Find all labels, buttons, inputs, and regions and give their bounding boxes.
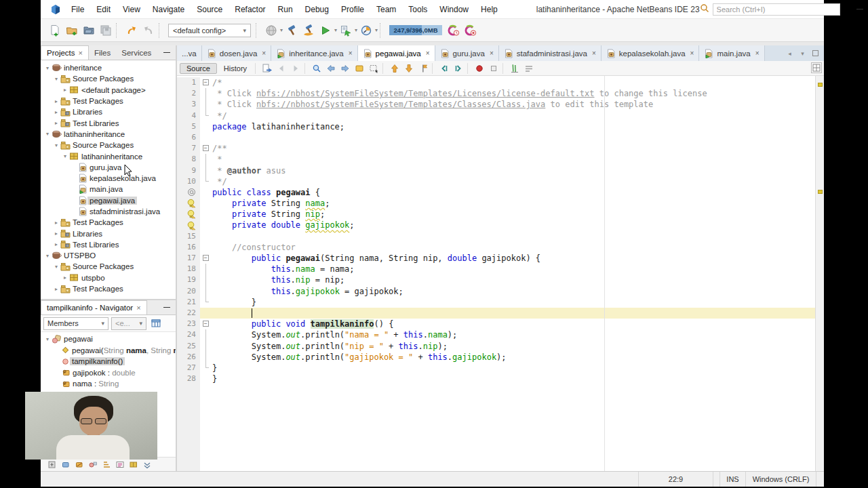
menu-help[interactable]: Help: [475, 5, 504, 14]
code-line-2[interactable]: 2 * Click nbfs://nbhost/SystemFileSystem…: [177, 88, 815, 99]
code-line-20[interactable]: 20 this.gajipokok = gajipokok;: [177, 286, 815, 297]
tree-item-latihaninheritance[interactable]: ▾latihaninheritance: [41, 129, 176, 140]
code-line-19[interactable]: 19 this.nip = nip;: [177, 274, 815, 285]
last-edit-button[interactable]: [260, 62, 274, 75]
expand-icon[interactable]: ▸: [52, 241, 60, 247]
code-line-13[interactable]: private String nip;: [177, 209, 815, 220]
expand-icon[interactable]: ▸: [61, 274, 69, 281]
config-select[interactable]: <default config>▾: [168, 24, 251, 37]
next-bookmark-button[interactable]: [402, 62, 416, 75]
editor-tab-guru-java[interactable]: guru.java×: [435, 45, 499, 61]
warning-gutter-icon[interactable]: [177, 220, 200, 230]
filter-static-button[interactable]: [75, 460, 84, 469]
tree-item-test-libraries[interactable]: ▸Test Libraries: [41, 239, 176, 250]
close-icon[interactable]: ×: [755, 49, 760, 57]
save-all-button[interactable]: [97, 22, 114, 39]
tree-item--default-package-[interactable]: ▸<default package>: [41, 85, 176, 96]
code-line-9[interactable]: 9 * @author asus: [177, 165, 815, 176]
navigator-member[interactable]: nama : String: [41, 378, 176, 390]
filter-sort-alpha-button[interactable]: [102, 460, 111, 469]
close-icon[interactable]: ×: [136, 304, 140, 312]
panel-tab-services[interactable]: Services: [116, 45, 157, 60]
tree-item-inheritance[interactable]: ▾inheritance: [41, 62, 176, 73]
minimize-panel-icon[interactable]: [158, 45, 176, 60]
code-line-28[interactable]: 28}: [177, 373, 815, 384]
prev-occurrence-button[interactable]: [324, 62, 338, 75]
code-line-3[interactable]: 3 * Click nbfs://nbhost/SystemFileSystem…: [177, 99, 815, 110]
code-line-24[interactable]: 24 System.out.println("nama = " + this.n…: [177, 329, 815, 340]
navigator-tab[interactable]: tampilkaninfo - Navigator×: [41, 300, 147, 314]
maximize-editor-icon[interactable]: [810, 47, 821, 59]
code-line-23[interactable]: 23− public void tampilkaninfo() {: [177, 319, 815, 329]
navigator-member[interactable]: ▾pegawai: [41, 333, 176, 345]
open-project-button[interactable]: [80, 22, 97, 39]
panel-tab-projects[interactable]: Projects×: [41, 45, 89, 60]
menu-tools[interactable]: Tools: [402, 5, 433, 14]
debug-button[interactable]: [337, 22, 354, 39]
scope-combobox[interactable]: <e...▾: [111, 317, 146, 330]
comment-button[interactable]: [508, 62, 521, 75]
uncomment-button[interactable]: [522, 62, 536, 75]
collapse-icon[interactable]: ▾: [52, 76, 60, 82]
warning-mark[interactable]: [818, 83, 823, 87]
fold-marker[interactable]: −: [200, 319, 211, 329]
annotation-gutter-icon[interactable]: [177, 187, 200, 198]
run-button[interactable]: [317, 22, 334, 39]
menu-refactor[interactable]: Refactor: [229, 5, 271, 14]
toggle-highlight-button[interactable]: [353, 62, 366, 75]
filter-fqn-button[interactable]: [129, 460, 138, 469]
insert-mode[interactable]: INS: [719, 472, 745, 487]
shift-right-button[interactable]: [452, 62, 465, 75]
code-line-4[interactable]: 4 */: [177, 110, 815, 121]
collapse-icon[interactable]: ▾: [52, 264, 60, 270]
tree-item-guru-java[interactable]: guru.java: [41, 162, 176, 173]
editor-tab--va[interactable]: ...va: [177, 45, 202, 61]
forward-button[interactable]: [289, 62, 302, 75]
tree-item-libraries[interactable]: ▸Libraries: [41, 106, 176, 117]
menu-team[interactable]: Team: [370, 5, 402, 14]
close-icon[interactable]: ×: [592, 49, 596, 57]
menu-run[interactable]: Run: [272, 5, 299, 14]
expand-icon[interactable]: ▸: [52, 109, 60, 115]
tree-item-kepalasekolah-java[interactable]: kepalasekolah.java: [41, 173, 176, 184]
fold-marker[interactable]: −: [200, 77, 211, 88]
code-line-27[interactable]: 27}: [177, 363, 815, 373]
close-icon[interactable]: ×: [690, 49, 694, 57]
tree-item-source-packages[interactable]: ▾Source Packages: [41, 140, 176, 150]
rect-selection-button[interactable]: [367, 62, 380, 75]
code-line-14[interactable]: private double gajipokok;: [177, 220, 815, 230]
code-line-10[interactable]: 10 */: [177, 176, 815, 187]
expand-icon[interactable]: ▸: [52, 98, 60, 104]
history-view-button[interactable]: History: [218, 64, 253, 73]
tree-item-test-packages[interactable]: ▸Test Packages: [41, 96, 176, 106]
search-icon[interactable]: [700, 3, 709, 15]
editor-tab-kepalasekolah-java[interactable]: kepalasekolah.java×: [601, 45, 700, 61]
tree-item-utspbo[interactable]: ▾UTSPBO: [41, 250, 176, 261]
editor-tab-dosen-java[interactable]: dosen.java×: [202, 45, 271, 61]
new-file-button[interactable]: [46, 22, 63, 39]
code-line-18[interactable]: 18 this.nama = nama;: [177, 264, 815, 274]
collapse-icon[interactable]: ▾: [43, 253, 52, 259]
tree-item-source-packages[interactable]: ▾Source Packages: [41, 73, 176, 84]
editor-tab-inheritance-java[interactable]: inheritance.java×: [271, 45, 357, 61]
navigator-view-icon[interactable]: [149, 317, 163, 329]
collapse-icon[interactable]: ▾: [43, 65, 52, 71]
code-line-5[interactable]: 5package latihaninheritance;: [177, 121, 815, 132]
expand-icon[interactable]: ▸: [52, 220, 60, 226]
collapse-icon[interactable]: ▾: [52, 142, 60, 148]
gc-stop-button[interactable]: [462, 22, 479, 39]
new-project-button[interactable]: [63, 22, 80, 39]
menu-window[interactable]: Window: [433, 5, 475, 14]
navigator-member[interactable]: pegawai(String nama, String nip,: [41, 345, 176, 357]
minimize-button[interactable]: [850, 0, 868, 18]
code-line-6[interactable]: 6: [177, 132, 815, 143]
editor-tab-pegawai-java[interactable]: pegawai.java×: [358, 45, 435, 61]
profile-button[interactable]: [357, 22, 374, 39]
members-combobox[interactable]: Members▾: [43, 317, 108, 330]
menu-view[interactable]: View: [117, 5, 146, 14]
clean-build-button[interactable]: [300, 22, 317, 39]
stop-macro-button[interactable]: [487, 62, 500, 75]
menu-navigate[interactable]: Navigate: [146, 5, 191, 14]
code-line-12[interactable]: private String nama;: [177, 198, 815, 209]
code-line-8[interactable]: 8 *: [177, 154, 815, 165]
